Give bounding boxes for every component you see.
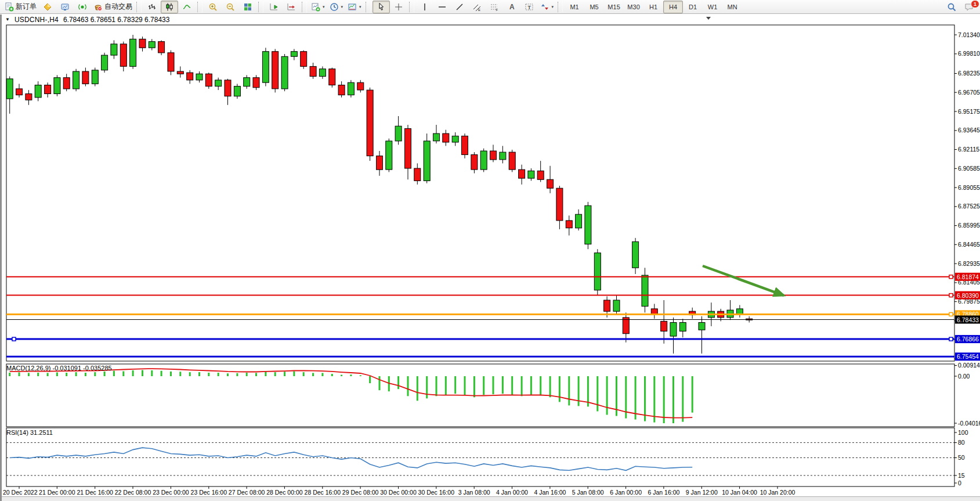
bar-chart-button[interactable] (143, 1, 161, 13)
text-button[interactable]: A (503, 1, 520, 13)
rsi-label: RSI(14) 31.2511 (6, 429, 53, 436)
dropdown-arrow-icon: ▾ (359, 5, 361, 9)
auto-scroll-button[interactable] (283, 1, 300, 13)
svg-text:6.90585: 6.90585 (958, 165, 980, 172)
candlestick-button[interactable] (161, 1, 178, 13)
svg-text:6.76866: 6.76866 (957, 336, 979, 343)
tf-w1-button-label: W1 (708, 3, 718, 10)
new-chart-icon (311, 2, 320, 12)
zoom-out-button[interactable] (222, 1, 239, 13)
tile-windows-button[interactable] (239, 1, 256, 13)
chart-canvas[interactable]: 7.013406.998106.982356.967056.951756.936… (2, 15, 980, 501)
fibonacci-button[interactable]: F (486, 1, 503, 13)
collapse-icon[interactable]: ▼ (5, 17, 10, 22)
chart-shift-marker[interactable] (706, 17, 711, 20)
tf-m30-button[interactable]: M30 (624, 1, 643, 13)
svg-text:A: A (509, 3, 515, 11)
horizontal-line-icon (437, 2, 447, 12)
main-toolbar: 新订单自动交易▾▾▾EFAT▾M1M5M15M30H1H4D1W1MN1 (0, 0, 980, 14)
hline-6.80390[interactable] (6, 294, 954, 297)
svg-text:27 Dec 08:00: 27 Dec 08:00 (229, 489, 265, 496)
signals-button[interactable] (74, 1, 91, 13)
svg-text:6.98235: 6.98235 (958, 70, 980, 77)
cursor-icon (377, 2, 386, 12)
tf-h1-button[interactable]: H1 (643, 1, 663, 13)
periods-button[interactable]: ▾ (327, 1, 346, 13)
chart-window[interactable]: ▼ USDCNH-,H4 6.78463 6.78651 6.78329 6.7… (0, 15, 980, 501)
svg-text:6.81874: 6.81874 (957, 273, 979, 280)
svg-text:4 Jan 00:00: 4 Jan 00:00 (496, 489, 528, 496)
svg-text:6.85995: 6.85995 (958, 222, 980, 229)
tf-d1-button-label: D1 (689, 3, 697, 10)
zoom-in-button[interactable] (204, 1, 222, 13)
time-axis: 20 Dec 202221 Dec 00:0021 Dec 16:0022 De… (3, 486, 795, 496)
horizontal-line-button[interactable] (433, 1, 451, 13)
line-chart-icon (182, 2, 191, 12)
templates-button[interactable]: ▾ (345, 1, 364, 13)
svg-text:3 Jan 08:00: 3 Jan 08:00 (458, 489, 490, 496)
svg-text:T: T (527, 4, 531, 10)
line-chart-button[interactable] (178, 1, 196, 13)
rsi-pane: 1008050150 (6, 429, 968, 486)
search-icon (947, 2, 956, 12)
hline-6.76866[interactable] (6, 337, 954, 341)
tf-m5-button[interactable]: M5 (584, 1, 604, 13)
crosshair-button[interactable] (390, 1, 407, 13)
crosshair-icon (394, 2, 403, 12)
svg-text:6.92115: 6.92115 (958, 146, 979, 153)
cursor-button[interactable] (373, 1, 390, 13)
clock-icon (330, 2, 339, 12)
remote-terminal-button[interactable] (56, 1, 74, 13)
tf-mn-button[interactable]: MN (722, 1, 742, 13)
gold-gem-button[interactable] (39, 1, 56, 13)
equidistant-channel-button[interactable]: E (468, 1, 486, 13)
tf-w1-button[interactable]: W1 (703, 1, 722, 13)
pane-borders (6, 25, 954, 486)
price-badge-6.75454: 6.75454 (955, 352, 980, 361)
svg-text:E: E (478, 8, 480, 12)
trend-arrow[interactable] (703, 266, 784, 295)
tf-h4-button[interactable]: H4 (663, 1, 683, 13)
new-chart-button[interactable]: ▾ (309, 1, 327, 13)
svg-text:6.89055: 6.89055 (958, 184, 980, 191)
toolbar-separator (302, 2, 307, 12)
tf-m1-button[interactable]: M1 (565, 1, 584, 13)
svg-text:F: F (496, 8, 498, 12)
svg-text:50: 50 (958, 454, 965, 461)
svg-text:30 Dec 00:00: 30 Dec 00:00 (380, 489, 417, 496)
gold-gem-icon (43, 2, 52, 12)
search-button[interactable] (943, 1, 960, 13)
notifications-button[interactable]: 1 (960, 1, 978, 13)
shapes-button[interactable]: ▾ (538, 1, 556, 13)
tf-m15-button[interactable]: M15 (604, 1, 624, 13)
tf-m1-button-label: M1 (570, 3, 578, 10)
toolbar-separator (258, 2, 263, 12)
tf-d1-button[interactable]: D1 (683, 1, 703, 13)
new-order-button[interactable]: 新订单 (2, 1, 39, 13)
channel-icon: E (472, 2, 482, 12)
chart-shift-icon (269, 2, 279, 12)
svg-text:6.82935: 6.82935 (958, 260, 980, 267)
tf-h1-button-label: H1 (649, 3, 657, 10)
svg-text:6 Jan 16:00: 6 Jan 16:00 (648, 489, 679, 496)
svg-text:7.01340: 7.01340 (958, 31, 980, 38)
tile-windows-icon (243, 2, 252, 12)
hline-6.78860[interactable] (6, 312, 954, 316)
hline-6.81874[interactable] (6, 275, 954, 279)
text-label-button[interactable]: T (520, 1, 538, 13)
fibonacci-icon: F (490, 2, 499, 12)
svg-text:9 Jan 12:00: 9 Jan 12:00 (686, 489, 718, 496)
vertical-line-button[interactable] (416, 1, 433, 13)
svg-text:23 Dec 16:00: 23 Dec 16:00 (191, 489, 227, 496)
svg-text:30 Dec 16:00: 30 Dec 16:00 (418, 489, 455, 496)
chart-shift-button[interactable] (265, 1, 283, 13)
autotrading-button[interactable]: 自动交易 (91, 1, 135, 13)
trendline-button[interactable] (451, 1, 468, 13)
dropdown-arrow-icon: ▾ (341, 5, 343, 9)
dropdown-arrow-icon: ▾ (552, 5, 554, 9)
svg-text:28 Dec 16:00: 28 Dec 16:00 (305, 489, 341, 496)
svg-text:21 Dec 16:00: 21 Dec 16:00 (77, 489, 113, 496)
svg-text:21 Dec 00:00: 21 Dec 00:00 (39, 489, 75, 496)
new-order-icon (5, 2, 14, 12)
svg-text:5 Jan 08:00: 5 Jan 08:00 (572, 489, 604, 496)
